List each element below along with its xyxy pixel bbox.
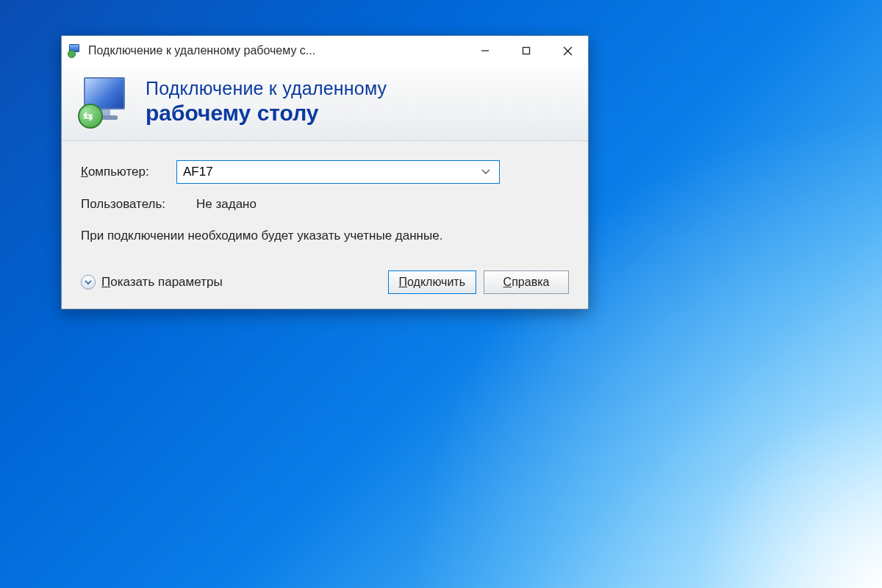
window-title: Подключение к удаленному рабочему с...: [88, 44, 465, 57]
svg-rect-1: [523, 48, 530, 54]
banner: ⇆ Подключение к удаленному рабочему стол…: [62, 65, 588, 141]
rdp-dialog-window: Подключение к удаленному рабочему с... ⇆…: [61, 35, 589, 309]
banner-text: Подключение к удаленному рабочему столу: [146, 78, 387, 126]
banner-line2: рабочему столу: [146, 101, 387, 126]
user-row: Пользователь: Не задано: [81, 197, 569, 212]
computer-label: Компьютер:: [81, 165, 176, 179]
titlebar[interactable]: Подключение к удаленному рабочему с...: [62, 36, 588, 65]
minimize-button[interactable]: [465, 36, 506, 65]
credentials-info: При подключении необходимо будет указать…: [81, 226, 463, 245]
window-controls: [465, 36, 588, 65]
show-options-toggle[interactable]: Показать параметры: [81, 275, 223, 290]
app-small-icon: [68, 43, 82, 58]
banner-line1: Подключение к удаленному: [146, 78, 387, 99]
chevron-down-icon[interactable]: [478, 167, 493, 177]
user-label: Пользователь:: [81, 197, 165, 212]
computer-row: Компьютер:: [81, 160, 569, 184]
show-options-label: Показать параметры: [101, 275, 223, 290]
dialog-footer: Показать параметры Подключить Справка: [81, 268, 569, 294]
user-value: Не задано: [196, 197, 257, 212]
maximize-button[interactable]: [506, 36, 547, 65]
connect-button[interactable]: Подключить: [388, 270, 476, 294]
computer-input[interactable]: [183, 165, 478, 179]
computer-combobox[interactable]: [176, 160, 500, 184]
dialog-body: Компьютер: Пользователь: Не задано При п…: [62, 141, 588, 309]
close-button[interactable]: [547, 36, 588, 65]
help-button[interactable]: Справка: [484, 270, 569, 294]
expand-down-icon: [81, 275, 96, 290]
rdp-app-icon: ⇆: [79, 76, 131, 127]
